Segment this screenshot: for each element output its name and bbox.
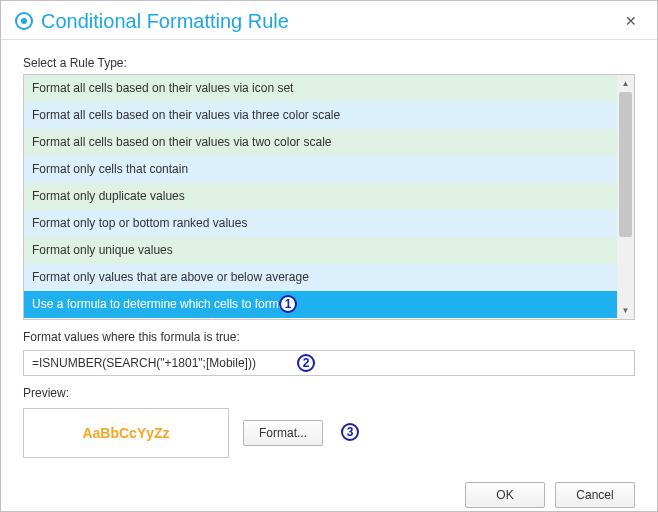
rule-type-item[interactable]: Format all cells based on their values v… xyxy=(24,129,617,156)
scroll-up-icon[interactable]: ▲ xyxy=(617,75,634,92)
rule-type-item[interactable]: Format only cells that contain xyxy=(24,156,617,183)
format-button[interactable]: Format... xyxy=(243,420,323,446)
titlebar: Conditional Formatting Rule ✕ xyxy=(1,1,657,40)
rule-type-item[interactable]: Format only values that are above or bel… xyxy=(24,264,617,291)
preview-box: AaBbCcYyZz xyxy=(23,408,229,458)
dialog-title: Conditional Formatting Rule xyxy=(41,10,619,33)
scroll-track[interactable] xyxy=(617,92,634,302)
rule-type-item[interactable]: Use a formula to determine which cells t… xyxy=(24,291,617,318)
preview-row: AaBbCcYyZz Format... 3 xyxy=(23,408,635,458)
formula-row: 2 xyxy=(23,350,635,376)
rule-type-item[interactable]: Format only top or bottom ranked values xyxy=(24,210,617,237)
dialog-content: Select a Rule Type: Format all cells bas… xyxy=(1,40,657,470)
conditional-formatting-dialog: Conditional Formatting Rule ✕ Select a R… xyxy=(1,1,657,511)
annotation-marker-3: 3 xyxy=(341,423,359,441)
formula-input[interactable] xyxy=(23,350,635,376)
app-icon xyxy=(15,12,33,30)
scroll-thumb[interactable] xyxy=(619,92,632,237)
scroll-down-icon[interactable]: ▼ xyxy=(617,302,634,319)
rule-type-item[interactable]: Format all cells based on their values v… xyxy=(24,75,617,102)
cancel-button[interactable]: Cancel xyxy=(555,482,635,508)
preview-label: Preview: xyxy=(23,386,635,400)
scrollbar[interactable]: ▲ ▼ xyxy=(617,75,634,319)
ok-button[interactable]: OK xyxy=(465,482,545,508)
rule-type-item[interactable]: Format only duplicate values xyxy=(24,183,617,210)
rule-type-item[interactable]: Format all cells based on their values v… xyxy=(24,102,617,129)
annotation-marker-1: 1 xyxy=(279,295,297,313)
rule-type-item[interactable]: Format only unique values xyxy=(24,237,617,264)
rule-type-list: Format all cells based on their values v… xyxy=(23,74,635,320)
close-icon[interactable]: ✕ xyxy=(619,9,643,33)
rule-type-label: Select a Rule Type: xyxy=(23,56,635,70)
dialog-footer: OK Cancel xyxy=(1,470,657,512)
rule-type-list-inner[interactable]: Format all cells based on their values v… xyxy=(24,75,617,319)
formula-label: Format values where this formula is true… xyxy=(23,330,635,344)
